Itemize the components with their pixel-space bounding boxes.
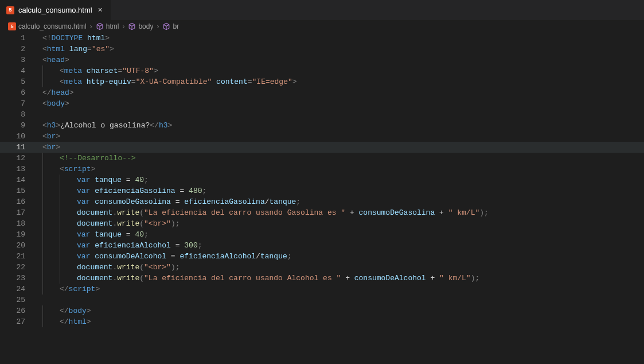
code-content: var eficienciaAlcohol = 300; [36, 240, 644, 251]
code-content: var eficienciaGasolina = 480; [36, 185, 644, 196]
code-content [36, 109, 644, 120]
line-number: 23 [0, 273, 36, 284]
code-content: <head> [36, 55, 644, 65]
code-line[interactable]: 13<script> [0, 164, 644, 175]
line-number: 8 [0, 109, 36, 120]
breadcrumb-item[interactable]: 5calculo_consumo.html [8, 22, 87, 30]
code-line[interactable]: 11<br> [0, 142, 644, 153]
line-number: 20 [0, 240, 36, 251]
code-content: var consumoDeGasolina = eficienciaGasoli… [36, 196, 644, 207]
chevron-right-icon: › [157, 22, 159, 30]
line-number: 6 [0, 87, 36, 98]
code-content: var consumoDeAlcohol = eficienciaAlcohol… [36, 251, 644, 262]
code-line[interactable]: 26</body> [0, 305, 644, 316]
code-content: <meta charset="UTF-8"> [36, 65, 644, 76]
line-number: 9 [0, 120, 36, 131]
tab-active[interactable]: 5 calculo_consumo.html × [0, 0, 111, 20]
html5-icon: 5 [8, 22, 16, 30]
code-line[interactable]: 21var consumoDeAlcohol = eficienciaAlcoh… [0, 251, 644, 262]
code-line[interactable]: 9<h3>¿Alcohol o gasolina?</h3> [0, 120, 644, 131]
code-line[interactable]: 12<!--Desarrollo--> [0, 153, 644, 164]
code-line[interactable]: 25 [0, 295, 644, 305]
line-number: 12 [0, 153, 36, 164]
code-line[interactable]: 1<!DOCTYPE html> [0, 33, 644, 44]
code-line[interactable]: 8 [0, 109, 644, 120]
code-content: </html> [36, 316, 644, 327]
code-content: </body> [36, 305, 644, 316]
code-line[interactable]: 14var tanque = 40; [0, 175, 644, 185]
code-content: <h3>¿Alcohol o gasolina?</h3> [36, 120, 644, 131]
line-number: 1 [0, 33, 36, 44]
cube-icon [162, 22, 170, 30]
code-line[interactable]: 16var consumoDeGasolina = eficienciaGaso… [0, 196, 644, 207]
code-editor[interactable]: 1<!DOCTYPE html>2<html lang="es">3<head>… [0, 33, 644, 364]
code-line[interactable]: 4<meta charset="UTF-8"> [0, 65, 644, 76]
code-line[interactable]: 17document.write("La eficiencia del carr… [0, 207, 644, 218]
code-line[interactable]: 3<head> [0, 55, 644, 65]
code-content: document.write("La eficiencia del carro … [36, 273, 644, 284]
code-line[interactable]: 7<body> [0, 98, 644, 109]
code-content: var tanque = 40; [36, 229, 644, 240]
breadcrumb-item[interactable]: html [96, 22, 119, 30]
cube-icon [96, 22, 104, 30]
line-number: 13 [0, 164, 36, 175]
line-number: 17 [0, 207, 36, 218]
line-number: 15 [0, 185, 36, 196]
line-number: 3 [0, 55, 36, 65]
code-line[interactable]: 23document.write("La eficiencia del carr… [0, 273, 644, 284]
code-content: var tanque = 40; [36, 175, 644, 185]
code-content: <meta http-equiv="X-UA-Compatible" conte… [36, 76, 644, 87]
code-content: <body> [36, 98, 644, 109]
breadcrumb: 5calculo_consumo.html›html›body›br [0, 20, 644, 33]
line-number: 10 [0, 131, 36, 142]
line-number: 27 [0, 316, 36, 327]
code-line[interactable]: 22document.write("<br>"); [0, 262, 644, 273]
breadcrumb-label: body [138, 22, 153, 30]
code-content: <br> [36, 131, 644, 142]
code-line[interactable]: 10<br> [0, 131, 644, 142]
code-line[interactable]: 6</head> [0, 87, 644, 98]
code-content: </script> [36, 284, 644, 295]
line-number: 24 [0, 284, 36, 295]
code-content: </head> [36, 87, 644, 98]
close-icon[interactable]: × [96, 6, 105, 15]
line-number: 22 [0, 262, 36, 273]
code-line[interactable]: 27</html> [0, 316, 644, 327]
line-number: 14 [0, 175, 36, 185]
breadcrumb-item[interactable]: br [162, 22, 179, 30]
line-number: 4 [0, 65, 36, 76]
code-content [36, 295, 644, 305]
chevron-right-icon: › [122, 22, 124, 30]
breadcrumb-label: html [106, 22, 119, 30]
line-number: 5 [0, 76, 36, 87]
code-line[interactable]: 24</script> [0, 284, 644, 295]
breadcrumb-label: br [173, 22, 179, 30]
line-number: 21 [0, 251, 36, 262]
code-line[interactable]: 15var eficienciaGasolina = 480; [0, 185, 644, 196]
code-line[interactable]: 5<meta http-equiv="X-UA-Compatible" cont… [0, 76, 644, 87]
html5-icon: 5 [6, 6, 15, 15]
line-number: 19 [0, 229, 36, 240]
tab-filename: calculo_consumo.html [18, 6, 92, 14]
code-content: document.write("<br>"); [36, 218, 644, 229]
tab-bar: 5 calculo_consumo.html × [0, 0, 644, 20]
line-number: 16 [0, 196, 36, 207]
code-line[interactable]: 2<html lang="es"> [0, 44, 644, 55]
chevron-right-icon: › [90, 22, 92, 30]
line-number: 18 [0, 218, 36, 229]
code-content: <html lang="es"> [36, 44, 644, 55]
code-content: <br> [36, 142, 644, 153]
line-number: 7 [0, 98, 36, 109]
code-content: document.write("La eficiencia del carro … [36, 207, 644, 218]
line-number: 25 [0, 295, 36, 305]
code-content: <!DOCTYPE html> [36, 33, 644, 44]
code-line[interactable]: 18document.write("<br>"); [0, 218, 644, 229]
line-number: 2 [0, 44, 36, 55]
code-line[interactable]: 20var eficienciaAlcohol = 300; [0, 240, 644, 251]
line-number: 26 [0, 305, 36, 316]
cube-icon [128, 22, 136, 30]
code-line[interactable]: 19var tanque = 40; [0, 229, 644, 240]
breadcrumb-label: calculo_consumo.html [18, 22, 87, 30]
line-number: 11 [0, 142, 36, 153]
breadcrumb-item[interactable]: body [128, 22, 153, 30]
